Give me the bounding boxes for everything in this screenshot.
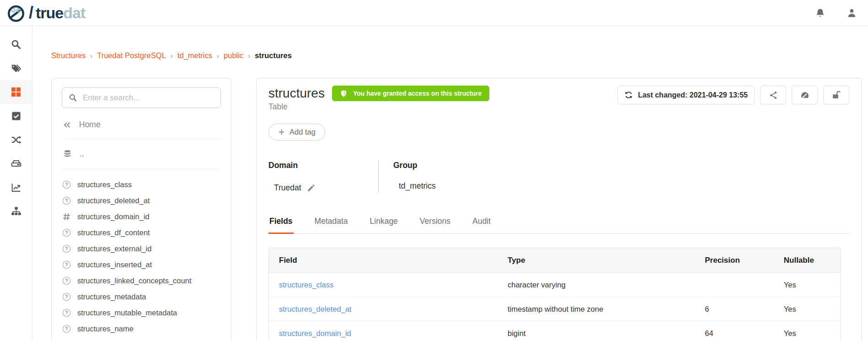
breadcrumb-link-group[interactable]: public [224, 51, 243, 60]
edit-pencil-icon[interactable] [307, 184, 316, 192]
domain-value: Truedat [274, 183, 301, 193]
browser-home-button[interactable]: Home [63, 120, 220, 139]
list-item-label: structures_linked_concepts_count [77, 276, 191, 285]
list-item[interactable]: ? structures_linked_concepts_count [62, 273, 221, 289]
search-box [62, 87, 221, 108]
rail-item-structures[interactable] [0, 80, 32, 104]
unlock-button[interactable] [823, 86, 849, 104]
list-item-label: structures_inserted_at [77, 260, 152, 269]
domain-column: Domain Truedat [268, 161, 378, 193]
question-circle-icon: ? [62, 276, 71, 286]
tab-audit[interactable]: Audit [472, 214, 492, 234]
field-link[interactable]: structures_deleted_at [269, 305, 498, 314]
gauge-icon [800, 90, 810, 100]
user-profile-icon[interactable] [846, 7, 858, 19]
granted-access-label: You have granted access on this structur… [353, 90, 482, 97]
logo-slash: / [29, 3, 33, 22]
field-type: timestamp without time zone [498, 305, 695, 314]
truedat-logo[interactable]: / truedat [6, 2, 85, 23]
search-input[interactable] [83, 93, 214, 103]
svg-text:?: ? [65, 230, 68, 235]
search-icon [11, 39, 21, 50]
field-link[interactable]: structures_class [269, 281, 498, 289]
share-button[interactable] [760, 86, 786, 104]
list-item[interactable]: ? structures_df_content [62, 225, 221, 241]
list-item-label: structures_class [77, 180, 132, 189]
header-actions: Last changed: 2021-04-29 13:55 [617, 86, 849, 104]
rail-item-taxonomy[interactable] [0, 199, 32, 223]
tab-linkage[interactable]: Linkage [369, 214, 399, 234]
tab-fields[interactable]: Fields [268, 214, 294, 234]
list-item[interactable]: ? structures_mutable_metadata [62, 305, 221, 321]
topbar-actions [814, 7, 858, 19]
svg-text:?: ? [65, 278, 68, 283]
list-item[interactable]: structures_domain_id [62, 209, 221, 225]
share-icon [769, 91, 778, 100]
search-icon [69, 93, 77, 102]
fields-table: Field Type Precision Nullable structures… [268, 248, 841, 341]
structure-browser-panel: Home .. ? structures_class ? structures_… [51, 78, 231, 341]
shield-icon [340, 89, 348, 98]
breadcrumb-link-schema[interactable]: td_metrics [177, 51, 212, 60]
tags-icon [11, 63, 22, 74]
field-precision: 6 [695, 305, 774, 314]
rail-item-sources[interactable] [0, 152, 32, 175]
field-nullable: Yes [774, 281, 841, 289]
field-link[interactable]: structures_domain_id [269, 329, 498, 338]
logo-wordmark: truedat [36, 5, 85, 21]
field-nullable: Yes [774, 329, 841, 338]
list-item[interactable]: ? structures_name [62, 321, 221, 337]
breadcrumb-link-structures[interactable]: Structures [51, 51, 86, 60]
rail-item-lineage[interactable] [0, 128, 32, 152]
svg-text:?: ? [65, 310, 68, 315]
hard-drive-icon [11, 158, 22, 169]
table-row: structures_domain_id bigint 64 Yes [269, 321, 841, 341]
rail-item-quality[interactable] [0, 175, 32, 199]
grid-icon [11, 87, 21, 97]
list-item-label: structures_metadata [77, 292, 146, 301]
field-precision: 64 [695, 329, 774, 338]
question-circle-icon: ? [62, 180, 71, 189]
double-chevron-left-icon [63, 120, 72, 130]
table-header-row: Field Type Precision Nullable [269, 248, 841, 273]
structure-detail-panel: structures You have granted access on th… [256, 78, 862, 341]
browser-up-level[interactable]: .. [63, 149, 220, 169]
sidebar-rail [0, 26, 32, 341]
question-circle-icon: ? [62, 324, 71, 334]
check-square-icon [11, 111, 21, 121]
question-circle-icon: ? [62, 292, 71, 302]
last-changed-button[interactable]: Last changed: 2021-04-29 13:55 [617, 86, 755, 104]
rail-item-tags[interactable] [0, 56, 32, 80]
question-circle-icon: ? [62, 196, 71, 206]
list-item[interactable]: ? structures_inserted_at [62, 257, 221, 273]
tab-versions[interactable]: Versions [419, 214, 451, 234]
svg-text:?: ? [65, 326, 68, 331]
field-nullable: Yes [774, 305, 841, 314]
structure-type-label: Table [268, 102, 489, 112]
notifications-bell-icon[interactable] [814, 7, 826, 19]
breadcrumb-current: structures [255, 51, 292, 60]
tab-metadata[interactable]: Metadata [314, 214, 349, 234]
domain-group-section: Domain Truedat Group td_metrics [268, 161, 849, 193]
column-header-field: Field [269, 256, 498, 265]
list-item[interactable]: ? structures_class [62, 177, 221, 193]
group-column: Group td_metrics [378, 161, 515, 193]
quality-dashboard-button[interactable] [792, 86, 818, 104]
add-tag-button[interactable]: Add tag [268, 124, 325, 141]
rail-item-tasks[interactable] [0, 104, 32, 128]
granted-access-badge: You have granted access on this structur… [332, 86, 489, 101]
svg-text:?: ? [65, 182, 68, 187]
rail-item-search[interactable] [0, 32, 32, 56]
group-value: td_metrics [399, 181, 436, 191]
last-changed-label: Last changed: 2021-04-29 13:55 [638, 91, 748, 99]
table-row: structures_deleted_at timestamp without … [269, 297, 841, 321]
field-list: ? structures_class ? structures_deleted_… [62, 177, 221, 337]
list-item[interactable]: ? structures_metadata [62, 289, 221, 305]
list-item[interactable]: ? structures_external_id [62, 241, 221, 257]
unlock-icon [831, 90, 841, 100]
list-item[interactable]: ? structures_deleted_at [62, 193, 221, 209]
breadcrumb-link-system[interactable]: Truedat PostgreSQL [97, 51, 166, 60]
column-header-nullable: Nullable [774, 256, 841, 265]
question-circle-icon: ? [62, 228, 71, 238]
table-row: structures_class character varying Yes [269, 273, 841, 297]
